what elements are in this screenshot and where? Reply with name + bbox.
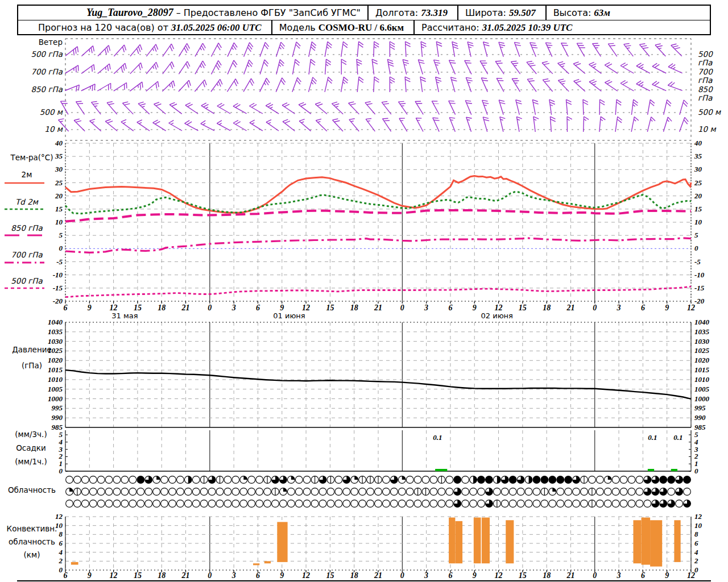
- svg-text:0.1: 0.1: [648, 433, 657, 442]
- svg-text:6: 6: [256, 304, 260, 312]
- convective-bar: [277, 522, 287, 562]
- wind-barb: [250, 103, 263, 114]
- longitude-value: 73.319: [421, 7, 448, 19]
- svg-text:20: 20: [55, 192, 63, 200]
- svg-text:-5: -5: [694, 257, 701, 266]
- svg-text:21: 21: [181, 571, 190, 580]
- svg-text:25: 25: [55, 178, 63, 187]
- wind-barb: [527, 61, 536, 74]
- calc-label: Рассчитано:: [421, 22, 479, 33]
- svg-text:21: 21: [181, 304, 190, 312]
- wind-barb: [574, 80, 585, 92]
- wind-barb: [65, 85, 79, 92]
- temperature-panel-title: Тем-ра(°C): [1, 153, 63, 162]
- wind-barb: [621, 81, 634, 91]
- svg-text:0: 0: [694, 467, 698, 475]
- svg-text:15: 15: [55, 205, 63, 213]
- wind-barb: [195, 80, 206, 92]
- legend-500-label: 500 гПа: [1, 277, 52, 285]
- svg-text:1005: 1005: [694, 385, 710, 393]
- svg-text:40: 40: [694, 139, 702, 147]
- wind-barb: [434, 60, 440, 74]
- svg-text:18: 18: [158, 304, 166, 312]
- wind-barb: [233, 103, 247, 114]
- svg-text:12: 12: [110, 571, 118, 580]
- svg-text:10: 10: [694, 521, 702, 530]
- wind-barb: [357, 59, 362, 74]
- separator: [545, 6, 547, 20]
- wind-barb: [122, 102, 133, 114]
- wind-barb: [98, 64, 110, 73]
- altitude-label: Высота:: [553, 7, 592, 18]
- svg-text:2: 2: [694, 556, 698, 565]
- svg-text:3: 3: [424, 304, 428, 312]
- wind-level-700hpa-right: 700 гПа: [698, 68, 728, 85]
- svg-text:15: 15: [326, 304, 334, 312]
- wind-barb: [465, 61, 471, 74]
- svg-text:15: 15: [134, 571, 142, 580]
- wind-barb: [97, 84, 110, 92]
- latitude-value: 59.507: [509, 7, 536, 19]
- svg-text:18: 18: [350, 571, 358, 580]
- svg-text:0: 0: [208, 304, 212, 312]
- svg-text:0: 0: [593, 304, 597, 312]
- svg-text:15: 15: [519, 571, 527, 580]
- wind-barb: [153, 120, 166, 131]
- wind-barb: [483, 42, 490, 57]
- svg-text:6: 6: [641, 571, 645, 580]
- wind-barb: [179, 43, 189, 56]
- wind-barb: [655, 44, 665, 56]
- svg-text:1010: 1010: [694, 375, 710, 384]
- precip-mark: [648, 469, 654, 471]
- wind-level-500hpa-right: 500 гПа: [698, 50, 728, 67]
- wind-level-850hpa: 850 гПа: [3, 85, 63, 94]
- svg-text:9: 9: [280, 304, 284, 312]
- convective-title-3: (км): [1, 551, 63, 559]
- wind-barb: [299, 102, 311, 114]
- svg-text:15: 15: [134, 304, 142, 312]
- svg-text:0: 0: [59, 566, 63, 574]
- wind-barb: [621, 63, 634, 73]
- forecast-prefix: Прогноз на 120 часа(ов) от: [38, 22, 168, 33]
- wind-barb: [652, 81, 667, 91]
- svg-text:1015: 1015: [694, 365, 710, 374]
- wind-barb: [668, 82, 682, 91]
- convective-bar: [650, 520, 662, 566]
- svg-text:12: 12: [687, 571, 695, 580]
- svg-text:21: 21: [566, 571, 574, 580]
- wind-level-500m-right: 500 м: [698, 108, 721, 117]
- precip-rate3h-label: (мм/3ч.): [1, 430, 61, 439]
- svg-text:0: 0: [59, 244, 63, 252]
- wind-barb: [530, 43, 537, 57]
- svg-text:1040: 1040: [48, 318, 63, 326]
- convective-bar: [264, 561, 271, 563]
- precip-rate1h-label: (мм/1ч.): [1, 458, 61, 466]
- svg-text:6: 6: [694, 539, 698, 547]
- svg-text:02 июня: 02 июня: [481, 311, 513, 320]
- svg-text:6: 6: [256, 571, 260, 580]
- time-axis: 6699121215151818212100336699121215151818…: [64, 304, 696, 580]
- svg-text:-20: -20: [53, 297, 63, 305]
- svg-text:1035: 1035: [48, 327, 63, 336]
- wind-barb: [573, 62, 585, 74]
- wind-barb: [266, 103, 279, 114]
- svg-text:9: 9: [473, 571, 477, 580]
- svg-text:21: 21: [566, 304, 574, 312]
- wind-barb: [466, 117, 472, 132]
- svg-text:10: 10: [55, 218, 63, 226]
- convective-bar: [449, 518, 455, 564]
- dash: –: [176, 7, 181, 18]
- svg-text:40: 40: [55, 139, 63, 147]
- svg-text:0: 0: [400, 571, 404, 580]
- svg-text:1030: 1030: [48, 337, 63, 346]
- model-value: COSMO-RU / 6.6км: [318, 22, 404, 34]
- svg-text:12: 12: [302, 304, 310, 312]
- svg-text:1000: 1000: [694, 394, 710, 403]
- svg-text:6: 6: [64, 571, 68, 580]
- wind-barb: [495, 61, 504, 74]
- convective-bar: [253, 563, 259, 565]
- svg-text:9: 9: [88, 304, 92, 312]
- convective-bar: [482, 518, 490, 564]
- wind-barb: [365, 102, 375, 114]
- wind-barb: [648, 99, 655, 115]
